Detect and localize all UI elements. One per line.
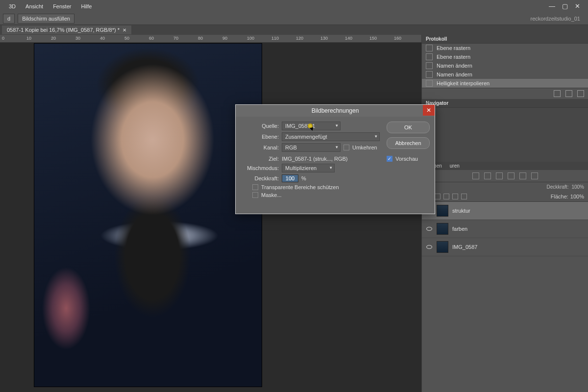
menu-help[interactable]: Hilfe [76, 1, 97, 11]
ruler-mark: 0 [2, 36, 4, 41]
opacity-label: Deckkraft: [243, 175, 279, 181]
target-value: IMG_0587-1 (struk..., RGB) [282, 156, 347, 162]
layer-select[interactable]: Zusammengefügt [282, 132, 380, 141]
preview-label: Vorschau [395, 156, 418, 162]
options-d[interactable]: d [3, 14, 15, 24]
history-panel-header[interactable]: Protokoll [422, 35, 588, 44]
source-label: Quelle: [243, 123, 279, 129]
layer-icon [426, 80, 433, 87]
source-select[interactable]: IMG_0587-1 [282, 122, 341, 130]
mask-label: Maske... [261, 192, 282, 198]
history-footer [422, 88, 588, 99]
opacity-input[interactable]: 100 [282, 174, 298, 182]
apply-image-dialog: Bildberechnungen ✕ Quelle: IMG_0587-1 Eb… [235, 104, 435, 214]
lock-icon[interactable] [461, 194, 467, 199]
dialog-title: Bildberechnungen ✕ [236, 105, 435, 117]
ruler-horizontal: 0 10 20 30 40 50 60 70 80 90 100 110 120… [0, 35, 421, 43]
layer-thumbnail[interactable] [437, 223, 448, 235]
layer-name: struktur [452, 208, 470, 214]
ok-button[interactable]: OK [387, 122, 430, 133]
camera-icon[interactable] [565, 90, 572, 97]
circle-icon[interactable] [484, 172, 491, 179]
menubar: 3D Ansicht Fenster Hilfe — ▢ ✕ [0, 0, 588, 12]
fill-label: Fläche: [551, 194, 568, 199]
document-canvas[interactable] [34, 44, 262, 387]
layer-label: Ebene: [243, 134, 279, 140]
document-tab-label: 0587-1 Kopie bei 16,7% (IMG_0587, RGB/8*… [7, 27, 120, 33]
cancel-button[interactable]: Abbrechen [387, 137, 430, 149]
ruler-mark: 130 [320, 36, 328, 41]
lock-position-icon[interactable] [435, 194, 441, 199]
lock-nested-icon[interactable] [452, 194, 458, 199]
preserve-transparency-label: Transparente Bereiche schützen [261, 184, 339, 190]
ruler-mark: 30 [75, 36, 80, 41]
menu-view[interactable]: Ansicht [21, 1, 48, 11]
minimize-icon[interactable]: — [549, 2, 555, 10]
layer-row[interactable]: farben [422, 220, 588, 238]
ruler-mark: 80 [198, 36, 203, 41]
history-list: Ebene rastern Ebene rastern Namen ändern… [422, 44, 588, 88]
type-icon[interactable] [496, 172, 503, 179]
ruler-mark: 160 [394, 36, 401, 41]
ruler-mark: 120 [296, 36, 303, 41]
smart-icon[interactable] [519, 172, 526, 179]
layer-name: farben [452, 226, 467, 232]
channel-label: Kanal: [243, 145, 279, 150]
layers-panel: vgaben uren Deckkraft: 100% [422, 162, 588, 392]
history-item[interactable]: Namen ändern [422, 70, 588, 79]
ruler-mark: 50 [124, 36, 129, 41]
navigator-area[interactable] [422, 108, 588, 162]
layer-thumbnail[interactable] [437, 241, 448, 253]
layer-tools [422, 170, 588, 182]
history-item[interactable]: Helligkeit interpolieren [422, 79, 588, 88]
layer-icon [426, 62, 433, 69]
image-icon[interactable] [472, 172, 479, 179]
dialog-close-button[interactable]: ✕ [423, 105, 435, 116]
ruler-mark: 100 [247, 36, 254, 41]
ruler-mark: 40 [100, 36, 105, 41]
preserve-transparency-checkbox[interactable] [252, 184, 258, 190]
opacity-value[interactable]: 100% [571, 184, 584, 190]
new-snapshot-icon[interactable] [554, 90, 561, 97]
target-label: Ziel: [243, 156, 279, 162]
layer-icon [426, 45, 433, 51]
layer-opacity-row: Deckkraft: 100% [422, 182, 588, 192]
fill-value[interactable]: 100% [570, 194, 584, 199]
layer-icon [426, 71, 433, 78]
image-content [34, 44, 262, 387]
close-tab-icon[interactable]: ✕ [122, 27, 126, 33]
menu-3d[interactable]: 3D [4, 1, 21, 11]
blend-select[interactable]: Multiplizieren [282, 164, 335, 172]
blend-label: Mischmodus: [243, 165, 279, 171]
more-icon[interactable] [531, 172, 538, 179]
maximize-icon[interactable]: ▢ [562, 2, 568, 10]
ruler-mark: 110 [271, 36, 279, 41]
visibility-icon[interactable] [426, 244, 433, 250]
workspace-label[interactable]: reckordzeitstudio_01 [530, 16, 585, 22]
ruler-mark: 140 [345, 36, 352, 41]
mask-checkbox[interactable] [252, 192, 258, 198]
document-tab[interactable]: 0587-1 Kopie bei 16,7% (IMG_0587, RGB/8*… [2, 25, 131, 34]
ruler-mark: 90 [222, 36, 227, 41]
history-item[interactable]: Ebene rastern [422, 52, 588, 61]
menu-window[interactable]: Fenster [48, 1, 76, 11]
history-item[interactable]: Namen ändern [422, 61, 588, 70]
layer-row[interactable]: struktur [422, 202, 588, 220]
ruler-mark: 60 [149, 36, 154, 41]
navigator-panel-header[interactable]: Navigator [422, 99, 588, 108]
layer-thumbnail[interactable] [437, 205, 448, 217]
channel-select[interactable]: RGB [282, 143, 341, 152]
close-icon[interactable]: ✕ [575, 2, 580, 10]
rect-icon[interactable] [508, 172, 514, 179]
history-item[interactable]: Ebene rastern [422, 44, 588, 52]
tab-other[interactable]: uren [446, 162, 464, 170]
layer-name: IMG_0587 [452, 244, 477, 250]
fill-screen-button[interactable]: Bildschirm ausfüllen [18, 14, 74, 24]
trash-icon[interactable] [577, 90, 584, 97]
layer-row[interactable]: IMG_0587 [422, 238, 588, 256]
lock-all-icon[interactable] [443, 194, 449, 199]
visibility-icon[interactable] [426, 225, 433, 232]
preview-checkbox[interactable]: ✓ [387, 156, 392, 162]
invert-checkbox[interactable] [343, 145, 349, 150]
panels-column: Protokoll Ebene rastern Ebene rastern Na… [421, 35, 588, 392]
